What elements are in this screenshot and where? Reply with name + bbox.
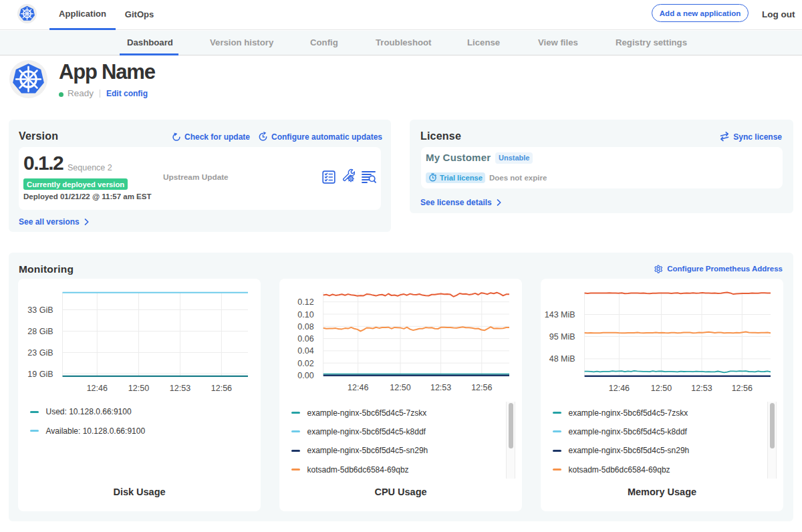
svg-text:33 GiB: 33 GiB (27, 305, 53, 315)
svg-text:0.04: 0.04 (297, 346, 313, 356)
svg-text:0.08: 0.08 (297, 322, 313, 331)
svg-text:19 GiB: 19 GiB (27, 370, 53, 379)
svg-text:12:46: 12:46 (348, 383, 368, 392)
svg-text:12:50: 12:50 (390, 383, 410, 392)
svg-text:0.10: 0.10 (297, 310, 313, 319)
svg-text:0.12: 0.12 (297, 297, 313, 307)
svg-text:95 MiB: 95 MiB (549, 332, 575, 342)
svg-text:0.06: 0.06 (297, 334, 313, 344)
svg-text:12:53: 12:53 (691, 384, 712, 393)
svg-text:0.00: 0.00 (297, 371, 313, 380)
svg-text:12:50: 12:50 (128, 384, 149, 393)
svg-text:23 GiB: 23 GiB (27, 348, 53, 358)
svg-text:12:56: 12:56 (211, 384, 232, 393)
svg-text:28 GiB: 28 GiB (27, 327, 53, 336)
svg-text:12:46: 12:46 (87, 384, 108, 393)
svg-text:12:56: 12:56 (732, 384, 753, 393)
svg-text:12:56: 12:56 (471, 383, 492, 392)
svg-text:143 MiB: 143 MiB (545, 310, 575, 319)
svg-text:0.02: 0.02 (297, 359, 313, 368)
svg-text:12:50: 12:50 (651, 384, 672, 393)
svg-text:12:46: 12:46 (609, 384, 630, 393)
svg-text:12:53: 12:53 (170, 384, 190, 393)
svg-text:12:53: 12:53 (430, 383, 451, 392)
svg-text:48 MiB: 48 MiB (549, 354, 575, 364)
